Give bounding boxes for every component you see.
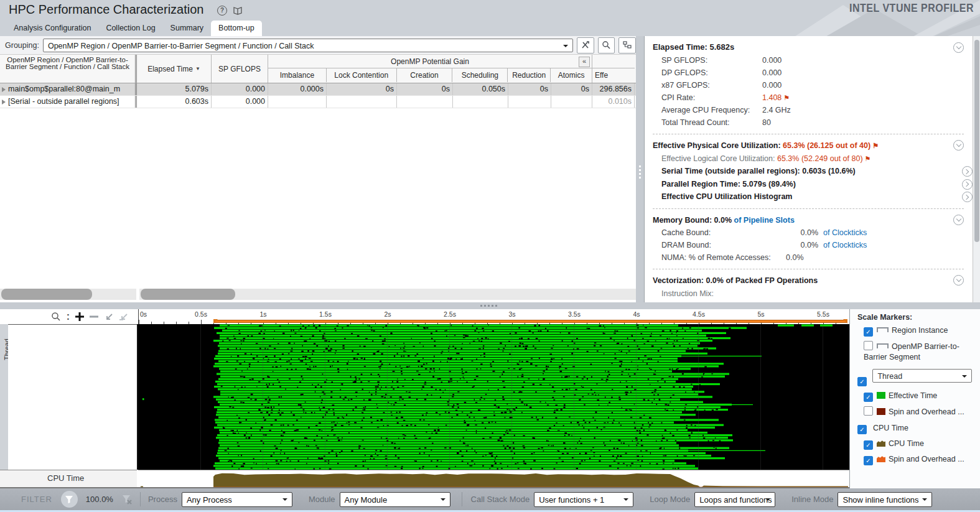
grouping-select[interactable]: OpenMP Region / OpenMP Barrier-to-Barrie… [43, 39, 573, 52]
vectorization-title: Vectorization: 0.0% of Packed FP Operati… [653, 274, 973, 287]
search-button[interactable] [598, 37, 615, 54]
tree-scrollbar-track[interactable] [0, 289, 136, 300]
clear-filter-button[interactable] [121, 494, 133, 505]
collapse-section-icon[interactable] [953, 215, 964, 225]
collapse-section-icon[interactable] [953, 140, 964, 151]
cell-atomics[interactable] [551, 96, 592, 108]
pipeline-slots-link[interactable]: of Pipeline Slots [734, 216, 795, 225]
parallel-region-time-link[interactable]: Parallel Region Time: 5.079s (89.4%) [661, 178, 973, 191]
cell-imbalance[interactable]: 0.000s [268, 83, 327, 95]
tab-collection-log[interactable]: Collection Log [98, 21, 162, 36]
expand-arrow-icon[interactable] [2, 100, 6, 105]
row-tree-cell[interactable]: [Serial - outside parallel regions] [0, 96, 137, 108]
zoom-redo-button[interactable] [119, 312, 128, 321]
cell-creation[interactable] [397, 96, 453, 108]
show-callstacks-button[interactable] [618, 37, 636, 54]
cell-scheduling[interactable]: 0.050s [453, 83, 508, 95]
cell-effective[interactable]: 296.856s [592, 83, 635, 95]
tree-scrollbar-thumb[interactable] [1, 289, 92, 300]
summary-scrollbar-thumb[interactable] [974, 40, 979, 242]
column-header-effective-time[interactable]: Effe [592, 55, 635, 83]
help-icon[interactable]: ? [217, 6, 227, 16]
cpu-time-row-label[interactable]: CPU Time [0, 470, 137, 487]
region-instance-checkbox[interactable] [864, 327, 873, 337]
report-book-icon[interactable] [233, 6, 243, 16]
cpu-time-group-checkbox[interactable] [857, 425, 867, 434]
table-row[interactable]: main$omp$parallel:80@main_m 5.079s 0.000… [0, 83, 636, 96]
cell-reduction[interactable] [508, 96, 551, 108]
cell-reduction[interactable]: 0s [508, 83, 551, 95]
row-tree-cell[interactable]: main$omp$parallel:80@main_m [0, 83, 137, 95]
cpu-time-chart[interactable] [138, 470, 849, 487]
column-header-sp-gflops[interactable]: SP GFLOPS [212, 55, 268, 83]
region-instance-marker[interactable] [214, 320, 847, 323]
cell-elapsed[interactable]: 5.079s [137, 83, 212, 95]
thread-activity-chart[interactable] [137, 324, 849, 470]
cell-imbalance[interactable] [268, 96, 327, 108]
expand-arrow-icon[interactable] [2, 87, 6, 92]
column-header-elapsed-time[interactable]: Elapsed Time ▼ [137, 55, 212, 83]
barrier-segment-checkbox[interactable] [864, 341, 873, 350]
cell-creation[interactable]: 0s [397, 83, 453, 95]
tab-summary[interactable]: Summary [163, 21, 211, 36]
column-header-reduction[interactable]: Reduction [508, 68, 551, 82]
thread-names-panel[interactable] [8, 324, 137, 470]
customize-grouping-button[interactable] [577, 37, 594, 54]
serial-time-link[interactable]: Serial Time (outside parallel regions): … [661, 165, 973, 178]
cpu-utilization-histogram-link[interactable]: Effective CPU Utilization Histogram [661, 190, 973, 203]
spin-overhead-cpu-checkbox[interactable] [864, 456, 873, 465]
group-header[interactable]: OpenMP Potential Gain « [268, 55, 592, 68]
process-filter-select[interactable]: Any Process [182, 492, 292, 507]
zoom-in-button[interactable] [75, 312, 84, 321]
thread-rows-checkbox[interactable] [857, 377, 867, 386]
column-header-imbalance[interactable]: Imbalance [268, 68, 327, 82]
metric-value: 0.000 [762, 54, 782, 67]
tab-analysis-configuration[interactable]: Analysis Configuration [6, 21, 98, 36]
clockticks-link[interactable]: of Clockticks [823, 226, 867, 239]
module-filter-select[interactable]: Any Module [340, 492, 450, 507]
column-header-atomics[interactable]: Atomics [551, 68, 592, 82]
column-header-lock-contention[interactable]: Lock Contention [327, 68, 397, 82]
metric-value: 0.0% [786, 251, 804, 264]
zoom-magnifier-icon[interactable] [51, 312, 61, 322]
data-scrollbar-track[interactable] [139, 289, 636, 300]
cell-effective[interactable]: 0.010s [592, 96, 635, 108]
zoom-undo-button[interactable] [104, 312, 113, 321]
call-stack-mode-label: Call Stack Mode [471, 495, 530, 504]
loop-mode-select[interactable]: Loops and functions [694, 492, 775, 507]
inline-mode-select[interactable]: Show inline functions [838, 492, 932, 507]
vertical-splitter[interactable] [636, 36, 644, 302]
spin-overhead-checkbox[interactable] [864, 406, 873, 416]
tab-bottom-up[interactable]: Bottom-up [211, 21, 262, 36]
cell-sp-gflops[interactable]: 0.000 [212, 96, 268, 108]
scale-markers-panel: Scale Markers: Region Instance OpenMP Ba… [849, 309, 980, 488]
data-scrollbar-thumb[interactable] [141, 289, 235, 300]
cpu-time-checkbox[interactable] [864, 440, 873, 450]
cell-atomics[interactable]: 0s [551, 83, 592, 95]
table-row[interactable]: [Serial - outside parallel regions] 0.60… [0, 96, 636, 108]
ruler-tick-label: 2s [378, 310, 397, 318]
summary-scrollbar-track[interactable] [973, 36, 980, 302]
ruler-tick-label: 5.5s [814, 310, 833, 318]
cell-elapsed[interactable]: 0.603s [137, 96, 212, 108]
grouping-label: Grouping: [5, 41, 39, 50]
collapse-section-icon[interactable] [953, 42, 964, 53]
collapse-columns-button[interactable]: « [579, 57, 590, 67]
column-header-tree[interactable]: OpenMP Region / OpenMP Barrier-to-Barrie… [0, 55, 137, 83]
clockticks-link[interactable]: of Clockticks [823, 239, 867, 251]
column-header-scheduling[interactable]: Scheduling [452, 68, 508, 82]
cell-lock-contention[interactable] [327, 96, 397, 108]
cell-scheduling[interactable] [453, 96, 508, 108]
zoom-out-button[interactable] [90, 312, 98, 321]
timeline-ruler[interactable]: 0s0.5s1s1.5s2s2.5s3s3.5s4s4.5s5s5.5s [138, 309, 849, 324]
filter-label: FILTER [21, 495, 52, 504]
effective-time-checkbox[interactable] [864, 393, 873, 402]
collapse-section-icon[interactable] [953, 275, 964, 286]
row-type-select[interactable]: Thread [872, 369, 972, 383]
column-header-creation[interactable]: Creation [397, 68, 453, 82]
cell-lock-contention[interactable]: 0s [327, 83, 397, 95]
filter-funnel-button[interactable] [61, 491, 78, 508]
horizontal-splitter[interactable] [0, 302, 980, 309]
cell-sp-gflops[interactable]: 0.000 [212, 83, 268, 95]
call-stack-mode-select[interactable]: User functions + 1 [534, 492, 633, 507]
